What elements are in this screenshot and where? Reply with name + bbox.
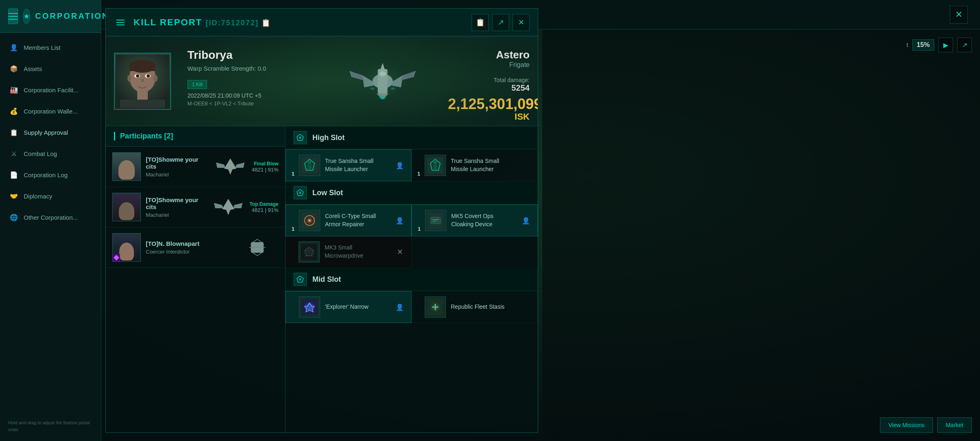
- sidebar-item-facilities[interactable]: 🏭 Corporation Facilit...: [0, 79, 101, 100]
- svg-rect-45: [433, 165, 437, 169]
- panel-header: KILL REPORT [ID:7512072] 📋 📋 ↗ ✕: [106, 9, 538, 36]
- participant-ship-img-3: [241, 237, 274, 258]
- copy-button[interactable]: 📋: [472, 14, 489, 31]
- ship-image: [338, 45, 428, 118]
- victim-kills-badge: 1 Kill: [187, 80, 207, 89]
- sidebar-hamburger[interactable]: [8, 9, 18, 24]
- market-button[interactable]: Market: [937, 417, 972, 433]
- participant-stats-1: Final Blow 4821 | 91%: [252, 161, 278, 173]
- export-button[interactable]: ↗: [492, 14, 509, 31]
- participant-row[interactable]: [TO]Showme your cits Machariel: [106, 187, 285, 227]
- fitting-item[interactable]: 1 MK5 Covert OpsCloaking Device 👤: [412, 205, 538, 236]
- item-status-icon: 👤: [521, 216, 531, 225]
- victim-portrait: [115, 53, 170, 109]
- mid-slot-title: Mid Slot: [312, 275, 341, 284]
- bottom-buttons: View Missions Market: [880, 417, 972, 433]
- svg-marker-32: [214, 203, 223, 208]
- participant-ship: Machariel: [146, 212, 207, 218]
- sidebar-item-label: Corporation Walle...: [24, 108, 78, 115]
- high-slot-title: High Slot: [312, 134, 345, 142]
- sidebar-item-label: Assets: [24, 65, 42, 72]
- participants-panel: Participants [2] [TO]Showme your cits Ma…: [106, 126, 285, 432]
- high-slot-items: 1 True Sansha SmallMissile Launcher 👤: [285, 149, 538, 181]
- right-actions: t 15% ▶ ↗: [906, 38, 972, 52]
- corp-badge-icon: [113, 254, 120, 261]
- participant-row[interactable]: [TO]Showme your cits Machariel: [106, 147, 285, 187]
- item-icon-box: [425, 155, 446, 176]
- sidebar-item-wallet[interactable]: 💰 Corporation Walle...: [0, 100, 101, 122]
- mid-slot-header: Mid Slot: [285, 268, 538, 291]
- svg-point-38: [299, 136, 301, 139]
- participant-info-2: [TO]Showme your cits Machariel: [146, 196, 207, 218]
- sidebar-item-diplomacy[interactable]: 🤝 Diplomacy: [0, 185, 101, 207]
- kill-report-id: [ID:7512072] 📋: [205, 19, 271, 27]
- right-panel: t 15% ▶ ↗ View Missions Market: [542, 29, 980, 441]
- svg-rect-12: [120, 100, 165, 108]
- fitting-item[interactable]: 1 True Sansha SmallMissile Launcher: [412, 149, 538, 181]
- fitting-item[interactable]: Republic Fleet Stasis: [412, 291, 538, 323]
- svg-point-24: [379, 96, 386, 99]
- victim-name: Triborya: [187, 49, 317, 62]
- svg-point-7: [136, 74, 139, 78]
- participant-info-1: [TO]Showme your cits Machariel: [146, 156, 209, 178]
- victim-location: M-OEE8 < 1P-VL2 < Tribute: [187, 100, 317, 107]
- panel-title: KILL REPORT [ID:7512072] 📋: [134, 17, 465, 28]
- svg-rect-4: [129, 66, 156, 71]
- item-count: 1: [292, 226, 294, 232]
- main-area: ✕ KILL REPORT [ID:7512072] 📋 📋 ↗ ✕: [101, 0, 980, 441]
- corp-logo-icon: ★: [23, 9, 30, 24]
- fitting-item[interactable]: 1 Coreli C-Type SmallArmor Repairer 👤: [285, 205, 412, 236]
- sidebar-item-label: Supply Approval: [24, 129, 68, 136]
- close-panel-button[interactable]: ✕: [512, 14, 530, 31]
- sidebar-item-members[interactable]: 👤 Members List: [0, 37, 101, 58]
- sidebar-item-combat[interactable]: ⚔ Combat Log: [0, 143, 101, 164]
- victim-warp-scramble: Warp Scramble Strength: 0.0: [187, 65, 317, 72]
- facilities-icon: 🏭: [10, 86, 18, 94]
- supply-icon: 📋: [10, 128, 18, 136]
- participant-ship: Coercer Interdictor: [146, 249, 236, 255]
- participant-stats-2: Top Damage 4821 | 91%: [249, 201, 278, 213]
- high-slot-header: High Slot: [285, 126, 538, 149]
- participant-name: [TO]Showme your cits: [146, 156, 209, 170]
- right-nav-button[interactable]: ▶: [938, 38, 953, 52]
- item-icon-box: [299, 155, 320, 176]
- svg-point-25: [370, 87, 374, 90]
- sidebar-header: ★ CORPORATION: [0, 0, 101, 33]
- assets-icon: 📦: [10, 65, 18, 73]
- sidebar-item-label: Diplomacy: [24, 193, 52, 200]
- content-area: Participants [2] [TO]Showme your cits Ma…: [106, 126, 538, 432]
- participant-damage: 4821 | 91%: [252, 167, 278, 173]
- sidebar-item-supply[interactable]: 📋 Supply Approval: [0, 122, 101, 143]
- view-missions-button[interactable]: View Missions: [880, 417, 933, 433]
- other-icon: 🌐: [10, 213, 18, 221]
- item-icon-box: [299, 296, 320, 318]
- top-damage-label: Top Damage: [249, 201, 278, 207]
- right-export-button[interactable]: ↗: [957, 38, 972, 52]
- item-status-icon: 👤: [395, 302, 405, 312]
- sidebar: ★ CORPORATION 👤 Members List 📦 Assets 🏭 …: [0, 0, 101, 441]
- item-count: 1: [292, 171, 294, 177]
- sidebar-item-label: Combat Log: [24, 150, 57, 157]
- right-info-text: t: [906, 42, 908, 48]
- svg-point-42: [308, 161, 311, 164]
- panel-hamburger-button[interactable]: [114, 16, 127, 29]
- participant-avatar-1: [112, 152, 141, 181]
- item-count: 1: [418, 226, 421, 232]
- fitting-item[interactable]: 1 True Sansha SmallMissile Launcher 👤: [285, 149, 412, 181]
- ship-display: [325, 36, 440, 126]
- close-main-button[interactable]: ✕: [950, 6, 968, 24]
- participant-row[interactable]: [TO]N. Blownapart Coercer Interdictor: [106, 227, 285, 268]
- sidebar-item-assets[interactable]: 📦 Assets: [0, 58, 101, 79]
- fitting-item[interactable]: MK3 SmallMicrowarpdrive ✕: [285, 236, 412, 268]
- sidebar-item-other[interactable]: 🌐 Other Corporation...: [0, 207, 101, 228]
- victim-date: 2022/08/25 21:00:09 UTC +5: [187, 92, 317, 99]
- svg-rect-41: [307, 165, 312, 169]
- sidebar-footer: Hold and drag to adjust the feature port…: [0, 419, 101, 433]
- fitting-item[interactable]: 'Explorer' Narrow 👤: [285, 291, 412, 323]
- diplomacy-icon: 🤝: [10, 192, 18, 200]
- corplog-icon: 📄: [10, 171, 18, 179]
- participant-ship-img-2: [212, 197, 245, 217]
- svg-point-26: [391, 87, 395, 90]
- svg-point-65: [306, 304, 313, 310]
- sidebar-item-corplog[interactable]: 📄 Corporation Log: [0, 164, 101, 185]
